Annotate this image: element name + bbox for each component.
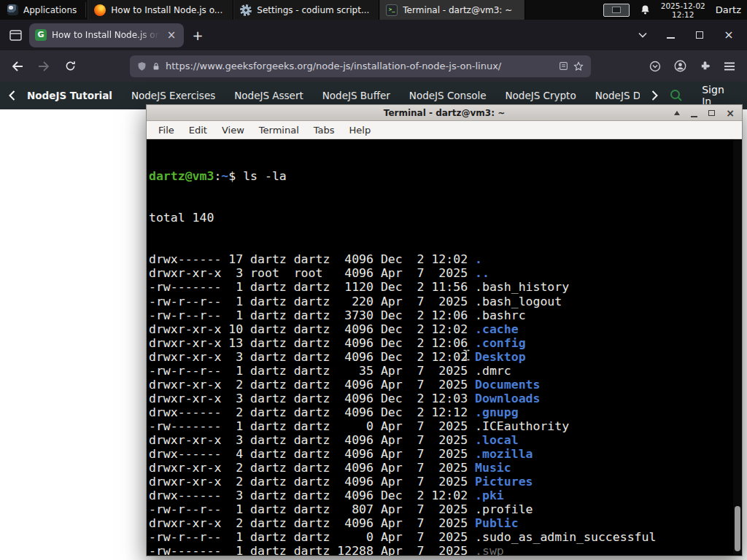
listing-meta: drwxr-xr-x 3 root root 4096 Apr 7 2025 xyxy=(149,266,475,280)
listing-name: .ICEauthority xyxy=(475,419,569,433)
notification-bell-icon[interactable] xyxy=(640,4,651,15)
terminal-icon: >_ xyxy=(386,4,398,16)
account-icon[interactable] xyxy=(670,56,690,77)
prompt-dollar: $ xyxy=(228,169,236,183)
menu-icon[interactable] xyxy=(719,56,740,77)
nav-chevron-right-icon[interactable] xyxy=(651,90,658,101)
extensions-icon[interactable] xyxy=(694,56,715,77)
window-close-button[interactable]: × xyxy=(716,20,741,50)
terminal-listing-line: drwxr-xr-x 3 dartz dartz 4096 Dec 2 12:0… xyxy=(149,350,742,364)
bookmark-star-icon[interactable] xyxy=(573,61,584,71)
listing-name: .gnupg xyxy=(475,405,519,419)
site-nav-link[interactable]: NodeJS Exercises xyxy=(131,90,215,101)
terminal-prompt-line: dartz@vm3:~$ ls -la xyxy=(149,169,742,183)
site-nav-link[interactable]: NodeJS Buffer xyxy=(322,90,390,101)
terminal-listing-line: drwxr-xr-x 3 dartz dartz 4096 Dec 2 12:0… xyxy=(149,392,742,405)
terminal-listing-line: drwxr-xr-x 2 dartz dartz 4096 Apr 7 2025… xyxy=(149,475,742,489)
pocket-icon[interactable] xyxy=(645,56,665,77)
browser-tab-bar: G How to Install Node.js on... × + × xyxy=(0,20,747,50)
forward-button[interactable] xyxy=(34,56,54,77)
taskbar-button[interactable]: >_Terminal - dartz@vm3: ~ xyxy=(379,0,525,20)
reader-mode-icon[interactable] xyxy=(559,61,568,71)
applications-icon xyxy=(7,4,18,15)
user-label: Dartz xyxy=(716,4,743,15)
prompt-cwd: ~ xyxy=(221,169,228,183)
listing-meta: drwxr-xr-x 3 dartz dartz 4096 Apr 7 2025 xyxy=(149,433,475,447)
new-tab-button[interactable]: + xyxy=(188,26,207,44)
tab-close-icon[interactable]: × xyxy=(165,28,178,42)
url-bar[interactable]: https://www.geeksforgeeks.org/node-js/in… xyxy=(130,55,591,77)
taskbar-button[interactable]: How to Install Node.js o... xyxy=(88,0,233,20)
listing-meta: drwxr-xr-x 2 dartz dartz 4096 Apr 7 2025 xyxy=(149,378,475,392)
clock[interactable]: 2025-12-02 12:12 xyxy=(661,1,705,19)
firefox-view-icon[interactable] xyxy=(6,26,25,44)
listing-meta: -rw------- 1 dartz dartz 0 Apr 7 2025 xyxy=(149,419,475,433)
terminal-listing: drwx------ 17 dartz dartz 4096 Dec 2 12:… xyxy=(149,252,742,556)
workspace-switcher[interactable] xyxy=(603,4,630,17)
terminal-listing-line: drwx------ 4 dartz dartz 4096 Apr 7 2025… xyxy=(149,447,742,461)
url-text: https://www.geeksforgeeks.org/node-js/in… xyxy=(166,61,554,71)
nav-chevron-left-icon[interactable] xyxy=(9,90,15,101)
listing-meta: drwx------ 3 dartz dartz 4096 Dec 2 12:0… xyxy=(149,489,475,502)
listing-name: Desktop xyxy=(475,350,526,364)
site-nav-link[interactable]: NodeJS Console xyxy=(409,90,487,101)
browser-toolbar: https://www.geeksforgeeks.org/node-js/in… xyxy=(0,50,747,82)
listing-meta: -rw------- 1 dartz dartz 12288 Apr 7 202… xyxy=(149,544,475,556)
menu-edit[interactable]: Edit xyxy=(182,125,214,136)
listing-name: .profile xyxy=(475,502,533,516)
terminal-listing-line: drwxr-xr-x 13 dartz dartz 4096 Dec 2 12:… xyxy=(149,336,742,350)
terminal-listing-line: -rw-r--r-- 1 dartz dartz 35 Apr 7 2025 .… xyxy=(149,364,742,378)
applications-menu-button[interactable]: Applications xyxy=(0,0,84,20)
taskbar-button-label: How to Install Node.js o... xyxy=(111,5,222,15)
listing-name: .sudo_as_admin_successful xyxy=(475,530,656,544)
terminal-maximize-icon[interactable] xyxy=(708,110,715,116)
menu-help[interactable]: Help xyxy=(342,125,379,136)
browser-tab[interactable]: G How to Install Node.js on... × xyxy=(29,23,184,47)
listing-meta: drwx------ 2 dartz dartz 4096 Dec 2 12:1… xyxy=(149,405,475,419)
listing-meta: -rw-r--r-- 1 dartz dartz 807 Apr 7 2025 xyxy=(149,502,475,516)
site-nav-link[interactable]: NodeJS Tutorial xyxy=(27,90,112,101)
site-nav-link[interactable]: NodeJS DNS xyxy=(595,90,640,101)
menu-file[interactable]: File xyxy=(151,125,182,136)
listing-name: .bash_logout xyxy=(475,295,562,308)
prompt-command: ls -la xyxy=(243,169,287,183)
shield-icon[interactable] xyxy=(137,61,147,71)
taskbar-button[interactable]: Settings - codium script... xyxy=(233,0,379,20)
terminal-content[interactable]: dartz@vm3:~$ ls -la total 140 drwx------… xyxy=(147,139,742,556)
listing-name: .pki xyxy=(475,489,504,502)
window-maximize-button[interactable] xyxy=(687,20,712,50)
window-minimize-button[interactable] xyxy=(658,20,683,50)
terminal-close-icon[interactable]: × xyxy=(726,108,735,118)
menu-view[interactable]: View xyxy=(214,125,252,136)
listing-name: .config xyxy=(475,336,526,350)
terminal-listing-line: -rw-r--r-- 1 dartz dartz 3730 Dec 2 12:0… xyxy=(149,308,742,322)
terminal-scrollbar-thumb[interactable] xyxy=(735,506,740,551)
listing-meta: -rw-r--r-- 1 dartz dartz 3730 Dec 2 12:0… xyxy=(149,308,475,322)
listing-meta: drwx------ 4 dartz dartz 4096 Apr 7 2025 xyxy=(149,447,475,461)
site-nav-link[interactable]: NodeJS Assert xyxy=(234,90,303,101)
terminal-scrollbar[interactable] xyxy=(733,139,742,556)
reload-button[interactable] xyxy=(60,56,80,77)
listing-meta: drwxr-xr-x 2 dartz dartz 4096 Apr 7 2025 xyxy=(149,516,475,530)
back-button[interactable] xyxy=(7,56,28,77)
tab-title: How to Install Node.js on... xyxy=(52,30,160,40)
terminal-menubar: FileEditViewTerminalTabsHelp xyxy=(147,121,742,139)
menu-tabs[interactable]: Tabs xyxy=(306,125,342,136)
terminal-titlebar[interactable]: Terminal - dartz@vm3: ~ × xyxy=(147,105,742,121)
listing-name: .local xyxy=(475,433,519,447)
listing-name: .mozilla xyxy=(475,447,533,461)
listing-meta: drwxr-xr-x 3 dartz dartz 4096 Dec 2 12:0… xyxy=(149,392,475,405)
mouse-cursor xyxy=(462,349,470,361)
terminal-listing-line: drwxr-xr-x 10 dartz dartz 4096 Dec 2 12:… xyxy=(149,322,742,336)
search-icon[interactable] xyxy=(670,89,683,102)
menu-terminal[interactable]: Terminal xyxy=(252,125,306,136)
terminal-listing-line: -rw------- 1 dartz dartz 12288 Apr 7 202… xyxy=(149,544,742,556)
terminal-listing-line: drwx------ 17 dartz dartz 4096 Dec 2 12:… xyxy=(149,252,742,266)
lock-icon[interactable] xyxy=(152,61,160,71)
shade-window-icon[interactable] xyxy=(674,111,680,115)
workspace-window-thumb xyxy=(612,7,621,13)
terminal-minimize-icon[interactable] xyxy=(691,116,697,117)
list-all-tabs-icon[interactable] xyxy=(632,32,654,38)
taskbar-button-label: Terminal - dartz@vm3: ~ xyxy=(403,5,512,15)
site-nav-link[interactable]: NodeJS Crypto xyxy=(506,90,576,101)
